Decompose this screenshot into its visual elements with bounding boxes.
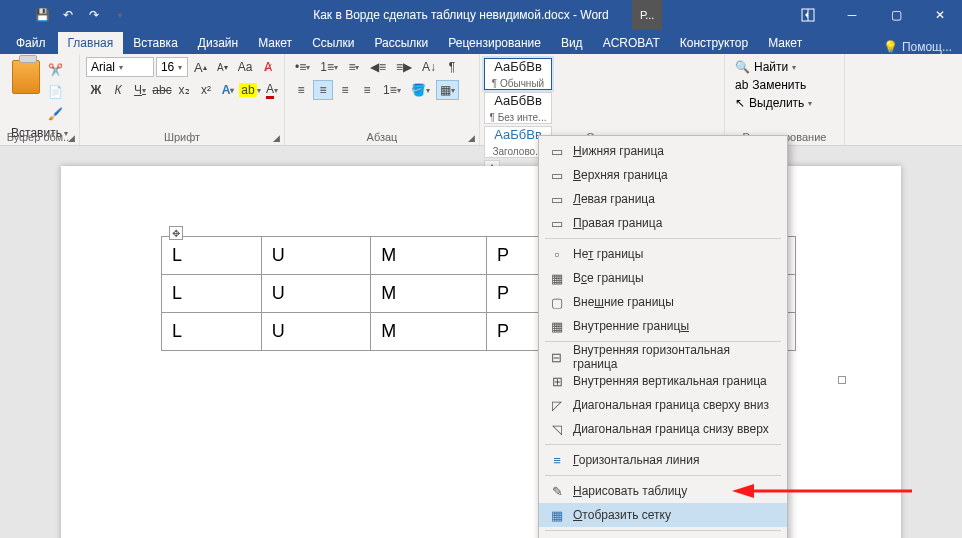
tab-file[interactable]: Файл: [4, 32, 58, 54]
table-cell[interactable]: M: [371, 313, 487, 351]
menu-inside-h-border[interactable]: ⊟Внутренняя горизонтальная граница: [539, 345, 787, 369]
clipboard-icon: [12, 60, 40, 94]
cut-icon[interactable]: ✂️: [44, 60, 67, 80]
minimize-icon[interactable]: ─: [834, 3, 870, 27]
table-move-handle[interactable]: ✥: [169, 226, 183, 240]
tab-table-design[interactable]: Конструктор: [670, 32, 758, 54]
copy-icon[interactable]: 📄: [44, 82, 67, 102]
text-effects-icon[interactable]: A▾: [218, 80, 238, 100]
find-button[interactable]: 🔍Найти▾: [731, 58, 838, 76]
format-painter-icon[interactable]: 🖌️: [44, 104, 67, 124]
style-no-spacing[interactable]: АаБбВв ¶ Без инте...: [484, 92, 552, 124]
tab-acrobat[interactable]: ACROBAT: [593, 32, 670, 54]
menu-horizontal-line[interactable]: ≡Горизонтальная линия: [539, 448, 787, 472]
change-case-button[interactable]: Aa: [234, 57, 256, 77]
clear-format-icon[interactable]: A̷: [258, 57, 278, 77]
border-outside-icon: ▢: [549, 294, 565, 310]
superscript-button[interactable]: x²: [196, 80, 216, 100]
menu-borders-and-shading[interactable]: ▤Границы и заливка...: [539, 534, 787, 538]
table-cell[interactable]: L: [162, 275, 262, 313]
group-paragraph: •≡▾ 1≡▾ ≡▾ ◀≡ ≡▶ A↓ ¶ ≡ ≡ ≡ ≡ 1≡▾ 🪣▾ ▦▾ …: [285, 54, 480, 145]
title-bar: 💾 ↶ ↷ ▼ Как в Ворде сделать таблицу неви…: [0, 0, 962, 30]
bullets-icon[interactable]: •≡▾: [291, 57, 314, 77]
tab-table-layout[interactable]: Макет: [758, 32, 812, 54]
tell-me[interactable]: 💡Помощ...: [873, 40, 962, 54]
font-launcher-icon[interactable]: ◢: [273, 133, 280, 143]
table-cell[interactable]: U: [261, 313, 370, 351]
menu-diag-down-border[interactable]: ◸Диагональная граница сверху вниз: [539, 393, 787, 417]
gridlines-icon: ▦: [549, 507, 565, 523]
cursor-icon: ↖: [735, 96, 745, 110]
menu-view-gridlines[interactable]: ▦Отобразить сетку: [539, 503, 787, 527]
tab-references[interactable]: Ссылки: [302, 32, 364, 54]
line-spacing-icon[interactable]: 1≡▾: [379, 80, 405, 100]
shrink-font-icon[interactable]: A▾: [212, 57, 232, 77]
menu-bottom-border[interactable]: ▭Нижняя граница: [539, 139, 787, 163]
highlight-button[interactable]: ab▾: [240, 80, 260, 100]
menu-top-border[interactable]: ▭Верхняя граница: [539, 163, 787, 187]
menu-no-border[interactable]: ▫Нет границы: [539, 242, 787, 266]
group-styles: АаБбВв ¶ Обычный АаБбВв ¶ Без инте... Аа…: [480, 54, 725, 145]
tab-mailings[interactable]: Рассылки: [364, 32, 438, 54]
font-size-combo[interactable]: 16▾: [156, 57, 188, 77]
menu-separator: [545, 238, 781, 239]
tab-review[interactable]: Рецензирование: [438, 32, 551, 54]
justify-icon[interactable]: ≡: [357, 80, 377, 100]
tab-home[interactable]: Главная: [58, 32, 124, 54]
bold-button[interactable]: Ж: [86, 80, 106, 100]
indent-increase-icon[interactable]: ≡▶: [392, 57, 416, 77]
menu-inside-v-border[interactable]: ⊞Внутренняя вертикальная граница: [539, 369, 787, 393]
replace-button[interactable]: abЗаменить: [731, 76, 838, 94]
multilevel-icon[interactable]: ≡▾: [344, 57, 364, 77]
maximize-icon[interactable]: ▢: [878, 3, 914, 27]
menu-left-border[interactable]: ▭Левая граница: [539, 187, 787, 211]
style-normal[interactable]: АаБбВв ¶ Обычный: [484, 58, 552, 90]
tab-view[interactable]: Вид: [551, 32, 593, 54]
menu-right-border[interactable]: ▭Правая граница: [539, 211, 787, 235]
table-resize-handle[interactable]: [838, 376, 846, 384]
table-cell[interactable]: M: [371, 275, 487, 313]
align-right-icon[interactable]: ≡: [335, 80, 355, 100]
grow-font-icon[interactable]: A▴: [190, 57, 210, 77]
menu-diag-up-border[interactable]: ◹Диагональная граница снизу вверх: [539, 417, 787, 441]
ribbon-options-icon[interactable]: [790, 3, 826, 27]
undo-icon[interactable]: ↶: [56, 3, 80, 27]
font-color-button[interactable]: A▾: [262, 80, 282, 100]
shading-icon[interactable]: 🪣▾: [407, 80, 434, 100]
numbering-icon[interactable]: 1≡▾: [316, 57, 342, 77]
table-cell[interactable]: U: [261, 275, 370, 313]
menu-all-borders[interactable]: ▦Все границы: [539, 266, 787, 290]
border-all-icon: ▦: [549, 270, 565, 286]
draw-table-icon: ✎: [549, 483, 565, 499]
font-family-combo[interactable]: Arial▾: [86, 57, 154, 77]
font-label: Шрифт: [80, 131, 284, 143]
align-left-icon[interactable]: ≡: [291, 80, 311, 100]
qat-dropdown-icon[interactable]: ▼: [108, 3, 132, 27]
subscript-button[interactable]: x₂: [174, 80, 194, 100]
clipboard-launcher-icon[interactable]: ◢: [68, 133, 75, 143]
hline-icon: ≡: [549, 452, 565, 468]
indent-decrease-icon[interactable]: ◀≡: [366, 57, 390, 77]
table-cell[interactable]: U: [261, 237, 370, 275]
paragraph-launcher-icon[interactable]: ◢: [468, 133, 475, 143]
select-button[interactable]: ↖Выделить▾: [731, 94, 838, 112]
tab-design[interactable]: Дизайн: [188, 32, 248, 54]
table-cell[interactable]: L: [162, 313, 262, 351]
group-editing: 🔍Найти▾ abЗаменить ↖Выделить▾ Редактиров…: [725, 54, 845, 145]
strike-button[interactable]: abc: [152, 80, 172, 100]
underline-button[interactable]: Ч▾: [130, 80, 150, 100]
menu-outside-borders[interactable]: ▢Внешние границы: [539, 290, 787, 314]
tab-insert[interactable]: Вставка: [123, 32, 188, 54]
table-cell[interactable]: M: [371, 237, 487, 275]
borders-button[interactable]: ▦▾: [436, 80, 459, 100]
sort-icon[interactable]: A↓: [418, 57, 440, 77]
italic-button[interactable]: К: [108, 80, 128, 100]
show-marks-icon[interactable]: ¶: [442, 57, 462, 77]
redo-icon[interactable]: ↷: [82, 3, 106, 27]
menu-inside-borders[interactable]: ▦Внутренние границы: [539, 314, 787, 338]
align-center-icon[interactable]: ≡: [313, 80, 333, 100]
table-cell[interactable]: L: [162, 237, 262, 275]
close-icon[interactable]: ✕: [922, 3, 958, 27]
tab-layout[interactable]: Макет: [248, 32, 302, 54]
save-icon[interactable]: 💾: [30, 3, 54, 27]
